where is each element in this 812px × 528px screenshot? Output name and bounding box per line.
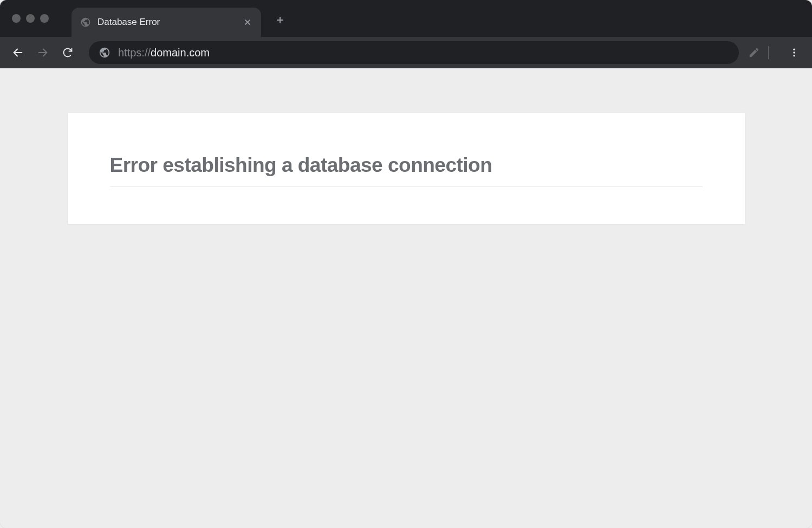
close-tab-button[interactable] [243,17,252,27]
browser-tab[interactable]: Database Error [72,8,261,37]
back-button[interactable] [8,42,28,63]
extensions-divider [768,46,769,59]
extensions-area [748,46,770,59]
window-maximize-button[interactable] [40,14,49,23]
browser-menu-button[interactable] [784,42,804,63]
pen-icon[interactable] [748,46,761,59]
reload-button[interactable] [57,42,78,63]
svg-point-6 [793,49,795,50]
titlebar: Database Error [0,0,812,37]
url-scheme: https:// [118,47,151,59]
window-controls [0,14,49,23]
forward-button[interactable] [33,42,53,63]
address-bar[interactable]: https://domain.com [89,41,739,64]
svg-point-7 [793,51,795,53]
globe-icon [80,17,91,28]
svg-point-8 [793,55,795,56]
tab-strip: Database Error [72,0,289,37]
toolbar: https://domain.com [0,37,812,68]
error-card: Error establishing a database connection [68,113,745,224]
viewport: Error establishing a database connection [0,68,812,528]
browser-window: Database Error https://domain.com [0,0,812,528]
site-info-icon[interactable] [99,47,111,59]
url-host: domain.com [151,47,210,59]
tab-title: Database Error [98,17,236,28]
error-heading: Error establishing a database connection [110,154,703,187]
window-close-button[interactable] [12,14,21,23]
new-tab-button[interactable] [271,11,289,29]
url-text: https://domain.com [118,47,729,59]
window-minimize-button[interactable] [26,14,35,23]
